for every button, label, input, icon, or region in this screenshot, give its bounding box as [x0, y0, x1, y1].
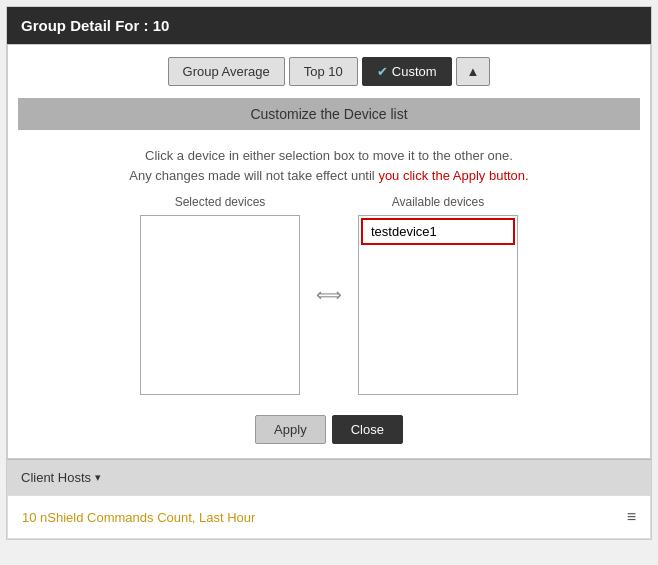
custom-label: Custom: [392, 64, 437, 79]
selected-devices-label: Selected devices: [175, 195, 266, 209]
info-line2: Any changes made will not take effect un…: [28, 166, 630, 186]
page-header: Group Detail For : 10: [7, 7, 651, 44]
info-line2-before: Any changes made will not take effect un…: [129, 168, 378, 183]
info-line1: Click a device in either selection box t…: [28, 146, 630, 166]
apply-button[interactable]: Apply: [255, 415, 326, 444]
chart-title: 10 nShield Commands Count, Last Hour: [22, 510, 255, 525]
close-button[interactable]: Close: [332, 415, 403, 444]
toolbar: Group Average Top 10 ✔Custom ▲: [8, 45, 650, 98]
selected-devices-listbox[interactable]: [140, 215, 300, 395]
info-line2-highlight: you click the Apply button.: [378, 168, 528, 183]
chart-area: 10 nShield Commands Count, Last Hour ≡: [7, 495, 651, 539]
page-title: Group Detail For : 10: [21, 17, 169, 34]
available-devices-column: Available devices testdevice1: [358, 195, 518, 395]
info-text: Click a device in either selection box t…: [8, 140, 650, 195]
available-devices-label: Available devices: [392, 195, 485, 209]
list-item[interactable]: testdevice1: [361, 218, 515, 245]
action-buttons: Apply Close: [8, 405, 650, 458]
available-devices-listbox[interactable]: testdevice1: [358, 215, 518, 395]
selected-devices-column: Selected devices: [140, 195, 300, 395]
chevron-up-button[interactable]: ▲: [456, 57, 491, 86]
client-hosts-label: Client Hosts: [21, 470, 91, 485]
client-hosts-bar[interactable]: Client Hosts ▾: [7, 459, 651, 495]
section-title: Customize the Device list: [18, 98, 640, 130]
check-icon: ✔: [377, 64, 388, 79]
transfer-arrow-icon: ⟺: [310, 284, 348, 306]
group-average-button[interactable]: Group Average: [168, 57, 285, 86]
custom-button[interactable]: ✔Custom: [362, 57, 452, 86]
client-hosts-dropdown-arrow: ▾: [95, 471, 101, 484]
chart-menu-icon[interactable]: ≡: [627, 508, 636, 526]
main-content: Group Average Top 10 ✔Custom ▲ Customize…: [7, 44, 651, 459]
top10-button[interactable]: Top 10: [289, 57, 358, 86]
device-lists: Selected devices ⟺ Available devices tes…: [8, 195, 650, 405]
